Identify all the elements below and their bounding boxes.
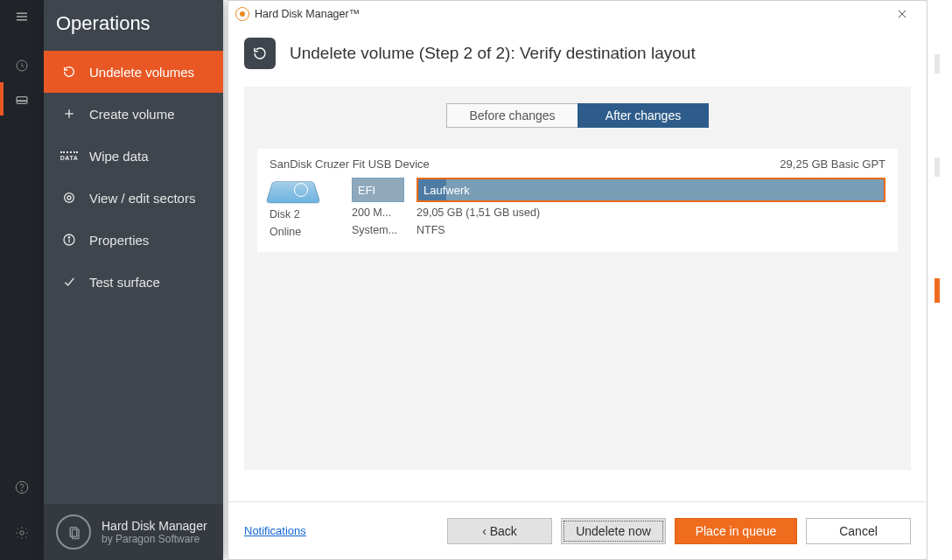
drive-icon[interactable] — [0, 82, 44, 116]
sidebar-item-view-edit-sectors[interactable]: View / edit sectors — [44, 177, 223, 219]
back-button[interactable]: ‹ Back — [447, 518, 552, 544]
app-name-label: Hard Disk Manager — [102, 519, 207, 534]
app-byline-label: by Paragon Software — [102, 533, 207, 545]
notifications-link[interactable]: Notifications — [244, 524, 306, 537]
dialog-footer: Notifications ‹ Back Undelete now Place … — [228, 501, 927, 559]
help-icon[interactable] — [0, 471, 44, 504]
sidebar-item-wipe-data[interactable]: data Wipe data — [44, 135, 223, 177]
dialog-heading: Undelete volume (Step 2 of 2): Verify de… — [290, 44, 696, 63]
svg-point-11 — [65, 193, 74, 203]
svg-rect-4 — [17, 97, 27, 102]
svg-point-12 — [67, 196, 71, 200]
svg-point-15 — [68, 237, 69, 238]
close-button[interactable] — [885, 1, 920, 27]
undelete-volume-dialog: Hard Disk Manager™ Undelete volume (Step… — [228, 0, 928, 560]
volume-size-label: 29,05 GB (1,51 GB used) — [416, 206, 886, 220]
undelete-header-icon — [244, 38, 276, 69]
plus-icon — [61, 107, 77, 121]
sidebar-item-label: Properties — [89, 233, 223, 248]
check-icon — [61, 275, 77, 289]
undelete-icon — [61, 65, 77, 79]
sidebar-title: Operations — [44, 0, 223, 51]
tab-before-changes[interactable]: Before changes — [446, 103, 578, 128]
sidebar-item-label: Undelete volumes — [89, 65, 223, 80]
cancel-button[interactable]: Cancel — [806, 518, 911, 544]
app-small-icon — [235, 7, 249, 21]
sidebar-footer: Hard Disk Manager by Paragon Software — [44, 504, 223, 560]
dialog-titlebar: Hard Disk Manager™ — [228, 1, 927, 27]
efi-type-label: System... — [352, 223, 404, 237]
sidebar-item-properties[interactable]: Properties — [44, 219, 223, 261]
undelete-now-button[interactable]: Undelete now — [561, 518, 666, 544]
disk-number-label: Disk 2 — [270, 207, 340, 221]
info-icon — [61, 233, 77, 247]
sidebar-item-test-surface[interactable]: Test surface — [44, 261, 223, 303]
dialog-body: Before changes After changes SanDisk Cru… — [244, 87, 911, 470]
app-logo-icon — [56, 514, 91, 550]
device-name: SanDisk Cruzer Fit USB Device — [270, 158, 430, 171]
window-title: Hard Disk Manager™ — [255, 8, 360, 20]
sidebar: Operations Undelete volumes Create volum… — [44, 0, 223, 560]
settings-icon[interactable] — [0, 516, 44, 550]
volume-partition[interactable]: Laufwerk — [416, 178, 886, 202]
disk-icon — [270, 178, 317, 204]
data-icon: data — [61, 151, 77, 161]
sidebar-item-label: Test surface — [89, 275, 223, 290]
disk-status-label: Online — [270, 225, 340, 239]
svg-rect-5 — [17, 101, 27, 103]
tab-after-changes[interactable]: After changes — [578, 103, 709, 128]
efi-partition[interactable]: EFI — [352, 178, 404, 202]
target-icon — [61, 191, 77, 205]
history-icon[interactable] — [0, 49, 44, 82]
disk-card: SanDisk Cruzer Fit USB Device 29,25 GB B… — [257, 149, 898, 252]
svg-point-7 — [22, 490, 23, 491]
sidebar-item-create-volume[interactable]: Create volume — [44, 93, 223, 135]
volume-name-label: Laufwerk — [424, 184, 470, 197]
sidebar-item-undelete-volumes[interactable]: Undelete volumes — [44, 51, 223, 93]
device-size-type: 29,25 GB Basic GPT — [780, 158, 886, 171]
place-in-queue-button[interactable]: Place in queue — [675, 518, 797, 544]
sidebar-item-label: View / edit sectors — [89, 191, 223, 206]
menu-toggle-button[interactable] — [0, 0, 44, 33]
icon-rail — [0, 0, 44, 560]
volume-fs-label: NTFS — [416, 223, 886, 237]
svg-point-8 — [20, 531, 24, 536]
sidebar-item-label: Wipe data — [89, 149, 223, 164]
sidebar-item-label: Create volume — [89, 107, 223, 122]
efi-size-label: 200 M... — [352, 206, 404, 220]
